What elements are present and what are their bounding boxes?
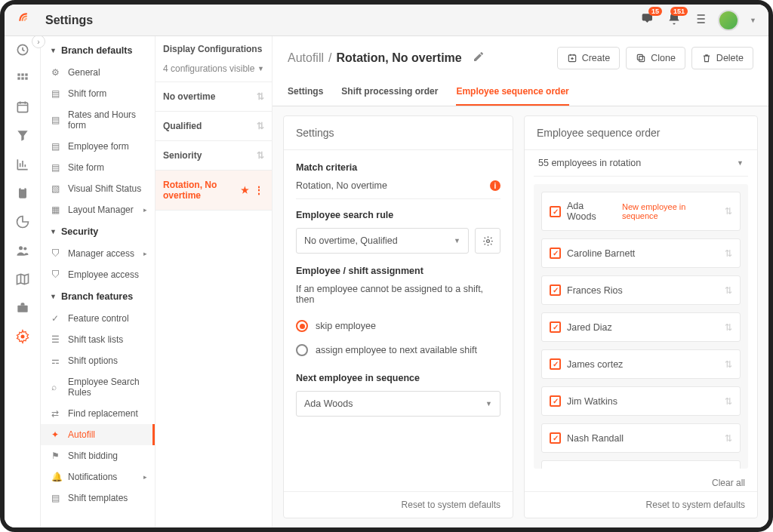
reset-sequence-link[interactable]: Reset to system defaults — [646, 500, 745, 510]
rail-dashboard-icon[interactable] — [15, 42, 30, 57]
employee-item[interactable]: Jared Diaz⇅ — [541, 312, 741, 342]
drag-handle-icon[interactable]: ⇅ — [725, 359, 732, 370]
nav-section-branch-defaults[interactable]: ▼ Branch defaults — [41, 39, 155, 62]
nav-item-site-form[interactable]: ▤Site form — [41, 157, 155, 178]
nav-item-find-replacement[interactable]: ⇄Find replacement — [41, 403, 155, 424]
nav-item-notifications[interactable]: 🔔Notifications▸ — [41, 466, 155, 487]
checkbox-icon[interactable] — [550, 321, 561, 333]
panel-title: Settings — [284, 116, 513, 150]
main-header: Autofill / Rotation, No overtime Create … — [273, 36, 768, 80]
drag-handle-icon[interactable]: ⇅ — [725, 248, 732, 259]
nav-item-shift-templates[interactable]: ▤Shift templates — [41, 487, 155, 509]
sliders-icon: ⚎ — [51, 355, 62, 366]
rail-people-icon[interactable] — [15, 243, 30, 258]
nav-item-shift-bidding[interactable]: ⚑Shift bidding — [41, 445, 155, 466]
nav-item-manager-access[interactable]: ⛉Manager access▸ — [41, 243, 155, 264]
radio-assign-next[interactable]: assign employee to next available shift — [296, 338, 500, 362]
tab-employee-sequence[interactable]: Employee sequence order — [456, 80, 568, 106]
nav-item-employee-form[interactable]: ▤Employee form — [41, 136, 155, 157]
drag-handle-icon[interactable]: ⇅ — [725, 322, 732, 333]
delete-button[interactable]: Delete — [691, 47, 753, 69]
employee-name: Frances Rios — [567, 285, 623, 296]
nav-item-employee-access[interactable]: ⛉Employee access — [41, 264, 155, 285]
breadcrumb-root[interactable]: Autofill — [288, 51, 324, 65]
drag-icon: ⇅ — [257, 91, 264, 102]
drag-handle-icon[interactable]: ⇅ — [725, 433, 732, 444]
employee-item[interactable]: Caroline Barnett⇅ — [541, 238, 741, 268]
nav-section-label: Branch defaults — [61, 45, 132, 56]
nav-item-layout-manager[interactable]: ▦Layout Manager▸ — [41, 199, 155, 220]
checkbox-icon[interactable] — [550, 284, 561, 296]
more-options-icon[interactable]: ⋮ — [254, 184, 264, 196]
svg-rect-6 — [25, 77, 27, 79]
nav-item-autofill[interactable]: ✦Autofill — [41, 424, 155, 445]
info-icon[interactable]: i — [490, 180, 500, 191]
eye-icon: ▧ — [51, 183, 62, 194]
employee-item[interactable]: Ada WoodsNew employee in sequence⇅ — [541, 192, 741, 231]
rail-filter-icon[interactable] — [15, 128, 30, 143]
drag-handle-icon[interactable]: ⇅ — [725, 396, 732, 407]
radio-skip-employee[interactable]: skip employee — [296, 314, 500, 338]
clone-button[interactable]: Clone — [626, 47, 685, 69]
search-rule-label: Employee search rule — [296, 210, 500, 220]
employee-name: Jim Watkins — [567, 396, 617, 407]
employee-item[interactable]: Frances Rios⇅ — [541, 275, 741, 305]
chevron-down-icon: ▼ — [50, 293, 57, 300]
employee-item[interactable]: Linda Schuldt⇅ — [541, 460, 741, 469]
employee-item[interactable]: Jim Watkins⇅ — [541, 386, 741, 416]
rail-pie-icon[interactable] — [15, 214, 30, 229]
rail-map-icon[interactable] — [15, 272, 30, 287]
config-visibility-dropdown[interactable]: 4 configurations visible ▼ — [156, 59, 272, 82]
rail-clipboard-icon[interactable] — [15, 186, 30, 201]
rail-chart-icon[interactable] — [15, 157, 30, 172]
avatar-menu-caret[interactable]: ▼ — [750, 17, 756, 24]
config-item-qualified[interactable]: Qualified⇅ — [156, 112, 272, 141]
caret-down-icon: ▼ — [454, 237, 460, 244]
tab-shift-processing[interactable]: Shift processing order — [341, 80, 438, 106]
nav-section-branch-features[interactable]: ▼ Branch features — [41, 285, 155, 308]
employee-item[interactable]: James cortez⇅ — [541, 349, 741, 379]
employee-item[interactable]: Nash Randall⇅ — [541, 423, 741, 453]
drag-handle-icon[interactable]: ⇅ — [725, 285, 732, 296]
config-item-rotation[interactable]: Rotation, No overtime ★ ⋮ — [156, 171, 272, 211]
reset-settings-link[interactable]: Reset to system defaults — [402, 500, 500, 510]
checkbox-icon[interactable] — [550, 248, 561, 259]
drag-handle-icon[interactable]: ⇅ — [725, 206, 732, 217]
rail-calendar-icon[interactable] — [15, 100, 30, 115]
swap-icon: ⇄ — [51, 408, 62, 419]
rail-grid-icon[interactable] — [15, 71, 30, 86]
checkbox-icon[interactable] — [550, 395, 561, 407]
nav-section-security[interactable]: ▼ Security — [41, 220, 155, 243]
nav-item-shift-form[interactable]: ▤Shift form — [41, 83, 155, 104]
nav-item-feature-control[interactable]: ✓Feature control — [41, 308, 155, 329]
bell-icon[interactable]: 151 — [667, 11, 682, 29]
chat-icon[interactable]: 15 — [641, 11, 656, 29]
rotation-count-select[interactable]: 55 employees in rotation ▼ — [534, 150, 748, 177]
employee-name: James cortez — [567, 359, 623, 370]
clear-all-link[interactable]: Clear all — [525, 475, 757, 491]
next-employee-label: Next employee in sequence — [296, 373, 500, 383]
svg-point-13 — [20, 335, 24, 339]
nav-item-shift-tasks[interactable]: ☰Shift task lists — [41, 329, 155, 350]
search-rule-select[interactable]: No overtime, Qualified ▼ — [296, 228, 469, 254]
rail-settings-icon[interactable] — [15, 329, 30, 344]
checkbox-icon[interactable] — [550, 358, 561, 370]
rail-briefcase-icon[interactable] — [15, 300, 30, 315]
next-employee-select[interactable]: Ada Woods ▼ — [296, 391, 500, 417]
config-item-no-overtime[interactable]: No overtime⇅ — [156, 82, 272, 112]
search-rule-settings-button[interactable] — [475, 228, 500, 254]
caret-down-icon: ▼ — [737, 159, 744, 167]
checkbox-icon[interactable] — [550, 432, 561, 444]
nav-item-visual-shift[interactable]: ▧Visual Shift Status — [41, 178, 155, 199]
nav-item-rates-form[interactable]: ▤Rates and Hours form — [41, 104, 155, 136]
edit-icon[interactable] — [473, 51, 485, 66]
list-icon[interactable] — [692, 11, 707, 29]
nav-item-general[interactable]: ⚙General — [41, 62, 155, 83]
config-item-seniority[interactable]: Seniority⇅ — [156, 141, 272, 171]
nav-item-shift-options[interactable]: ⚎Shift options — [41, 350, 155, 371]
create-button[interactable]: Create — [557, 47, 621, 69]
nav-item-search-rules[interactable]: ⌕Employee Search Rules — [41, 371, 155, 403]
checkbox-icon[interactable] — [550, 206, 561, 217]
avatar[interactable] — [718, 10, 739, 31]
tab-settings[interactable]: Settings — [288, 80, 323, 106]
